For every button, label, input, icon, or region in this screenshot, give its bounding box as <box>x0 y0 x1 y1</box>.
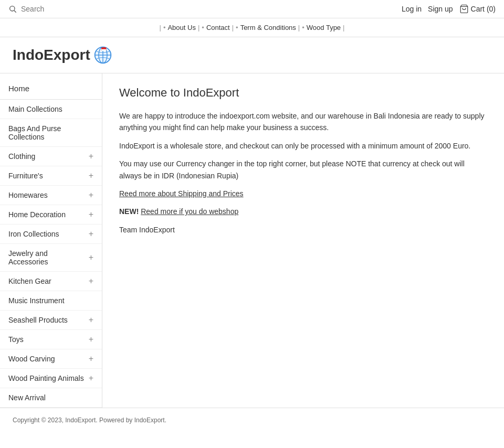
sidebar-item-bags[interactable]: Bags And Purse Collections <box>0 119 102 147</box>
sidebar: Home Main Collections Bags And Purse Col… <box>0 73 102 408</box>
sidebar-label: Main Collections <box>8 105 62 113</box>
logo-text: IndoExport <box>13 47 90 63</box>
wood-type-link[interactable]: Wood Type <box>307 24 341 31</box>
sidebar-label: Clothing <box>8 152 35 161</box>
shipping-paragraph: Reed more about Shipping and Prices <box>119 188 487 199</box>
sidebar-item-main-collections[interactable]: Main Collections <box>0 100 102 119</box>
terms-link[interactable]: Term & Conditions <box>240 24 296 31</box>
sec-nav-bullet-1: • <box>163 24 166 31</box>
sidebar-home-label: Home <box>8 84 29 93</box>
sidebar-item-seashell[interactable]: Seashell Products + <box>0 311 102 330</box>
sidebar-label: Homewares <box>8 191 48 199</box>
sidebar-label: Wood Painting Animals <box>8 374 84 382</box>
footer-copyright: Copyright © 2023, IndoExport. <box>13 417 98 424</box>
sidebar-item-clothing[interactable]: Clothing + <box>0 147 102 166</box>
expand-icon: + <box>89 316 93 324</box>
sidebar-item-kitchen-gear[interactable]: Kitchen Gear + <box>0 272 102 291</box>
sidebar-label: Wood Carving <box>8 355 55 363</box>
expand-icon: + <box>89 230 93 238</box>
sec-nav-sep-3: | <box>232 24 234 31</box>
expand-icon: + <box>89 152 93 161</box>
intro-paragraph: We are happy to introduce the indoexport… <box>119 110 487 134</box>
sidebar-label: Furniture's <box>8 172 43 180</box>
sec-nav-bullet-3: • <box>236 24 238 31</box>
logo[interactable]: IndoExport <box>13 46 491 65</box>
expand-icon: + <box>89 335 93 344</box>
sec-nav-sep-4: | <box>298 24 300 31</box>
contact-link[interactable]: Contact <box>206 24 230 31</box>
main-layout: Home Main Collections Bags And Purse Col… <box>0 73 504 408</box>
sec-nav-sep-2: | <box>198 24 200 31</box>
sidebar-item-furnitures[interactable]: Furniture's + <box>0 166 102 186</box>
sidebar-item-home-decoration[interactable]: Home Decoration + <box>0 205 102 225</box>
sidebar-item-iron-collections[interactable]: Iron Collections + <box>0 225 102 244</box>
sidebar-label: Jewelry and Accessories <box>8 249 89 266</box>
sidebar-label: Iron Collections <box>8 230 59 238</box>
cart-label: Cart (0) <box>471 5 496 13</box>
sec-nav-sep: | <box>159 24 161 31</box>
svg-line-1 <box>14 10 16 13</box>
sidebar-item-jewelry[interactable]: Jewelry and Accessories + <box>0 244 102 272</box>
expand-icon: + <box>89 253 93 262</box>
login-link[interactable]: Log in <box>402 5 422 13</box>
wholesale-text: IndoExport is a wholesale store, and che… <box>119 142 470 150</box>
search-icon <box>8 5 17 13</box>
sidebar-item-homewares[interactable]: Homewares + <box>0 186 102 205</box>
sidebar-item-music-instrument[interactable]: Music Instrument <box>0 291 102 311</box>
sec-nav-bullet-4: • <box>302 24 304 31</box>
sidebar-label: New Arrival <box>8 393 46 402</box>
sec-nav-bullet-2: • <box>202 24 204 31</box>
search-input[interactable] <box>21 5 84 13</box>
shipping-link[interactable]: Reed more about Shipping and Prices <box>119 189 244 198</box>
signup-link[interactable]: Sign up <box>428 5 453 13</box>
sidebar-label: Kitchen Gear <box>8 277 51 285</box>
page-title: Welcome to IndoExport <box>119 86 487 100</box>
sidebar-label: Seashell Products <box>8 316 68 324</box>
cart-icon <box>459 4 469 14</box>
team-paragraph: Team IndoExport <box>119 224 487 236</box>
new-badge: NEW! <box>119 207 139 216</box>
sec-nav-sep-5: | <box>343 24 344 31</box>
new-paragraph: NEW! Reed more if you do webshop <box>119 206 487 217</box>
expand-icon: + <box>89 277 93 285</box>
logo-globe-icon <box>93 46 112 65</box>
top-nav: Log in Sign up Cart (0) <box>0 0 504 18</box>
sidebar-label: Music Instrument <box>8 296 65 305</box>
secondary-nav: | • About Us | • Contact | • Term & Cond… <box>0 18 504 37</box>
logo-area: IndoExport <box>0 37 504 73</box>
sidebar-item-wood-painting[interactable]: Wood Painting Animals + <box>0 369 102 388</box>
search-area <box>8 5 84 13</box>
sidebar-label: Bags And Purse Collections <box>8 124 93 141</box>
wholesale-paragraph: IndoExport is a wholesale store, and che… <box>119 140 487 152</box>
currency-paragraph: You may use our Currency changer in the … <box>119 158 487 182</box>
sidebar-label: Toys <box>8 335 24 344</box>
sidebar-label: Home Decoration <box>8 210 66 219</box>
footer: Copyright © 2023, IndoExport. Powered by… <box>0 408 504 432</box>
expand-icon: + <box>89 355 93 363</box>
team-text: Team IndoExport <box>119 226 175 234</box>
content-area: Welcome to IndoExport We are happy to in… <box>102 73 504 408</box>
auth-links: Log in Sign up Cart (0) <box>402 4 496 14</box>
svg-rect-9 <box>101 49 106 51</box>
intro-text: We are happy to introduce the indoexport… <box>119 112 485 132</box>
expand-icon: + <box>89 191 93 199</box>
footer-powered-link[interactable]: Powered by IndoExport. <box>99 417 166 424</box>
sidebar-item-wood-carving[interactable]: Wood Carving + <box>0 349 102 369</box>
expand-icon: + <box>89 374 93 382</box>
about-us-link[interactable]: About Us <box>167 24 195 31</box>
sidebar-item-toys[interactable]: Toys + <box>0 330 102 349</box>
webshop-link[interactable]: Reed more if you do webshop <box>141 207 238 216</box>
currency-text: You may use our Currency changer in the … <box>119 159 465 179</box>
svg-rect-8 <box>101 48 106 49</box>
cart-link[interactable]: Cart (0) <box>459 4 496 14</box>
svg-point-0 <box>10 6 15 11</box>
expand-icon: + <box>89 172 93 180</box>
sidebar-item-home[interactable]: Home <box>0 78 102 100</box>
sidebar-item-new-arrival[interactable]: New Arrival <box>0 388 102 408</box>
expand-icon: + <box>89 210 93 219</box>
